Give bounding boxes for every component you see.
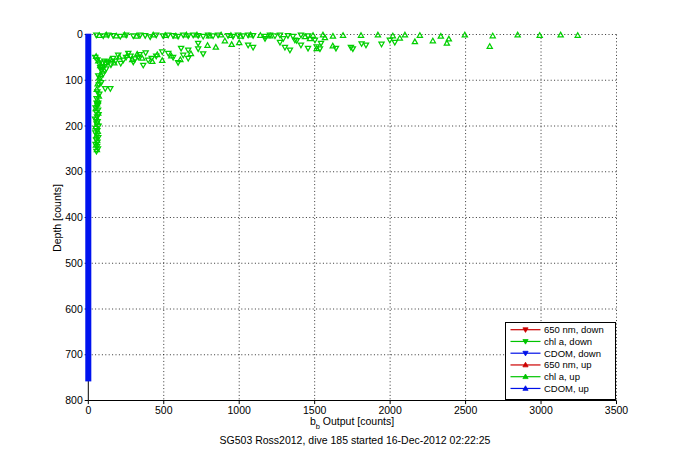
triangle-up-marker [330,43,335,48]
triangle-down-marker [287,48,292,53]
triangle-down-marker [181,53,186,58]
triangle-down-marker [379,42,384,47]
triangle-up-marker [462,32,467,37]
triangle-down-marker [143,34,148,39]
triangle-down-marker [160,50,165,55]
triangle-up-marker [213,45,218,50]
triangle-down-marker [186,56,191,61]
cdom-marker-band [85,34,91,382]
y-tick-label: 0 [77,28,83,40]
legend-entry-label: CDOM, up [544,383,589,394]
triangle-up-marker [417,33,422,38]
y-tick-label: 600 [65,303,83,315]
triangle-down-marker [141,63,146,68]
legend: 650 nm, downchl a, downCDOM, down650 nm,… [506,323,616,400]
triangle-up-marker [390,33,395,38]
x-tick-label: 1000 [228,404,252,416]
x-axis-label: bb Output [counts] [310,415,394,430]
x-tick-label: 3000 [529,404,553,416]
x-tick-label: 1500 [303,404,327,416]
y-tick-label: 100 [65,74,83,86]
legend-entry-label: 650 nm, down [544,324,604,335]
triangle-down-marker [201,52,206,57]
y-tick-label: 200 [65,120,83,132]
triangle-up-marker [490,33,495,38]
triangle-up-marker [412,39,417,44]
triangle-down-marker [359,42,364,47]
figure-caption: SG503 Ross2012, dive 185 started 16-Dec-… [220,434,491,446]
triangle-up-marker [229,42,234,47]
triangle-down-marker [196,41,201,46]
triangle-down-marker [108,87,113,92]
triangle-down-marker [179,46,184,51]
plot-area: 0500100015002000250030003500010020030040… [0,0,681,454]
triangle-down-marker [201,34,206,39]
y-tick-label: 500 [65,257,83,269]
triangle-up-marker [397,35,402,40]
triangle-up-marker [330,34,335,39]
triangle-up-marker [307,36,312,41]
triangle-down-marker [305,46,310,51]
legend-entry-label: chl a, down [544,336,592,347]
triangle-up-marker [575,33,580,38]
triangle-down-marker [277,40,282,45]
y-tick-label: 400 [65,211,83,223]
triangle-down-marker [250,45,255,50]
y-tick-label: 300 [65,165,83,177]
triangle-down-marker [298,43,303,48]
x-axis-label-rest: Output [counts] [320,415,394,427]
triangle-up-marker [340,33,345,38]
y-tick-label: 700 [65,348,83,360]
x-tick-label: 0 [85,404,91,416]
x-tick-label: 3500 [605,404,629,416]
triangle-up-marker [205,43,210,48]
triangle-down-marker [392,40,397,45]
triangle-down-marker [103,87,108,92]
triangle-up-marker [237,40,242,45]
triangle-up-marker [558,32,563,37]
triangle-up-marker [537,33,542,38]
x-tick-label: 500 [155,404,173,416]
triangle-up-marker [430,38,435,43]
triangle-down-marker [104,67,109,72]
x-tick-label: 2000 [378,404,402,416]
triangle-up-marker [258,33,263,38]
triangle-down-marker [196,47,201,52]
legend-entry-label: CDOM, down [544,348,601,359]
triangle-down-marker [143,51,148,56]
y-tick-label: 800 [65,394,83,406]
triangle-up-marker [358,33,363,38]
legend-entry-label: 650 nm, up [544,359,592,370]
triangle-up-marker [487,44,492,49]
triangle-down-marker [363,43,368,48]
triangle-down-marker [118,61,123,66]
triangle-up-marker [222,38,227,43]
legend-entry-label: chl a, up [544,371,580,382]
triangle-up-marker [446,36,451,41]
x-tick-label: 2500 [454,404,478,416]
triangle-down-marker [333,46,338,51]
chl-down-series [92,33,397,154]
y-axis-label: Depth [counts] [51,184,63,252]
